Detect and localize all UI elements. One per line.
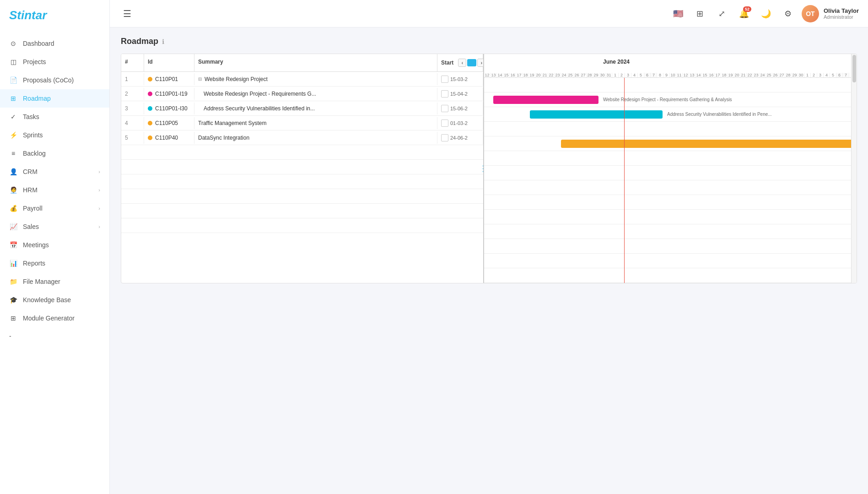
table-row[interactable]: 5 C110P40 DataSync Integration 24-06-2	[121, 130, 483, 145]
collapse-icon[interactable]: ⊟	[198, 76, 202, 81]
moon-icon: 🌙	[761, 9, 771, 19]
user-profile[interactable]: OT Olivia Taylor Administrator	[802, 5, 859, 22]
row-checkbox[interactable]	[441, 76, 448, 83]
backlog-icon: ≡	[9, 149, 17, 157]
module-generator-icon: ⊞	[9, 314, 17, 322]
row-checkbox[interactable]	[441, 119, 448, 127]
file-manager-icon: 📁	[9, 277, 17, 286]
sidebar-item-more[interactable]: -	[0, 327, 109, 345]
sidebar-item-reports[interactable]: 📊 Reports	[0, 254, 109, 272]
hrm-chevron: ›	[98, 187, 100, 193]
row-start: 15-04-2	[437, 87, 483, 100]
gantt-bar-orange[interactable]	[561, 140, 851, 148]
col-header-num: #	[121, 54, 144, 71]
flag-button[interactable]: 🇺🇸	[670, 5, 686, 22]
sidebar-item-payroll[interactable]: 💰 Payroll ›	[0, 199, 109, 217]
row-checkbox[interactable]	[441, 105, 448, 112]
sidebar-item-dashboard[interactable]: ⊙ Dashboard	[0, 34, 109, 53]
status-dot	[148, 92, 152, 96]
sales-chevron: ›	[98, 224, 100, 229]
gantt-bar-cyan[interactable]	[530, 110, 663, 119]
hamburger-icon: ☰	[123, 8, 131, 19]
page-header: Roadmap ℹ	[121, 37, 857, 46]
table-row-empty	[121, 204, 483, 218]
settings-button[interactable]: ⚙	[780, 5, 796, 22]
proposals-icon: 📄	[9, 76, 17, 84]
table-row[interactable]: 3 C110P01-I30 Address Security Vulnerabi…	[121, 101, 483, 116]
sidebar-item-crm[interactable]: 👤 CRM ›	[0, 163, 109, 181]
gantt-row-1	[484, 78, 851, 92]
main-content: ☰ 🇺🇸 ⊞ ⤢ 🔔 52 🌙 ⚙ OT Olivia Taylor Admin…	[110, 0, 868, 494]
apps-button[interactable]: ⊞	[692, 5, 708, 22]
gantt-nav-arrows: ‹ ›	[458, 59, 484, 67]
col-header-start: Start ‹ ›	[437, 54, 483, 71]
scrollbar-thumb[interactable]	[852, 55, 856, 82]
dark-mode-button[interactable]: 🌙	[758, 5, 774, 22]
hrm-icon: 🧑‍💼	[9, 186, 17, 194]
row-id: C110P05	[144, 117, 194, 129]
sidebar-navigation: ⊙ Dashboard ◫ Projects 📄 Proposals (CoCo…	[0, 31, 109, 348]
table-header: # Id Summary Start ‹	[121, 54, 483, 72]
row-checkbox[interactable]	[441, 134, 448, 141]
gantt-row-empty	[484, 166, 851, 180]
sidebar-item-knowledge-base[interactable]: 🎓 Knowledge Base	[0, 291, 109, 309]
month-label-row: June 2024	[484, 56, 851, 68]
dashboard-icon: ⊙	[9, 39, 17, 48]
row-num: 1	[121, 73, 144, 85]
sidebar-item-tasks[interactable]: ✓ Tasks	[0, 108, 109, 126]
sidebar-item-module-generator[interactable]: ⊞ Module Generator	[0, 309, 109, 327]
sidebar-item-hrm[interactable]: 🧑‍💼 HRM ›	[0, 181, 109, 199]
row-summary: Address Security Vulnerabilities Identif…	[194, 103, 437, 114]
col-header-summary: Summary	[194, 54, 437, 71]
gantt-row-empty	[484, 210, 851, 224]
gantt-row-empty	[484, 195, 851, 210]
row-checkbox[interactable]	[441, 90, 448, 98]
flag-icon: 🇺🇸	[673, 9, 683, 19]
gantt-header: June 2024 121314151617181920212223242526…	[484, 54, 851, 78]
expand-button[interactable]: ⤢	[714, 5, 730, 22]
gantt-prev-button[interactable]: ‹	[458, 59, 466, 67]
status-dot	[148, 136, 152, 140]
row-num: 4	[121, 117, 144, 129]
sidebar-item-sales[interactable]: 📈 Sales ›	[0, 217, 109, 236]
row-start: 24-06-2	[437, 131, 483, 144]
row-start: 15-03-2	[437, 73, 483, 86]
row-num: 2	[121, 88, 144, 100]
row-summary: Website Redesign Project - Requirements …	[194, 88, 437, 100]
gantt-bar-pink[interactable]	[493, 96, 598, 104]
notifications-button[interactable]: 🔔 52	[736, 5, 752, 22]
user-name: Olivia Taylor	[824, 7, 859, 14]
crm-icon: 👤	[9, 168, 17, 176]
sidebar-item-file-manager[interactable]: 📁 File Manager	[0, 272, 109, 291]
row-id: C110P40	[144, 132, 194, 144]
roadmap-container: # Id Summary Start ‹	[121, 54, 857, 283]
sidebar-item-sprints[interactable]: ⚡ Sprints	[0, 126, 109, 144]
table-row[interactable]: 1 C110P01 ⊟ Website Redesign Project 15-…	[121, 72, 483, 87]
roadmap-inner: # Id Summary Start ‹	[121, 54, 857, 283]
table-row-empty	[121, 218, 483, 233]
gantt-row-2: Website Redesign Project - Requirements …	[484, 92, 851, 107]
user-role: Administrator	[824, 14, 859, 20]
sidebar-item-roadmap[interactable]: ⊞ Roadmap	[0, 89, 109, 108]
menu-toggle-button[interactable]: ☰	[119, 5, 135, 22]
table-row[interactable]: 2 C110P01-I19 Website Redesign Project -…	[121, 87, 483, 101]
page-title: Roadmap	[121, 37, 158, 46]
crm-chevron: ›	[98, 169, 100, 174]
row-summary: DataSync Integration	[194, 132, 437, 144]
sidebar-logo: Stintar	[0, 0, 109, 31]
sidebar-item-backlog[interactable]: ≡ Backlog	[0, 144, 109, 163]
info-icon[interactable]: ℹ	[162, 38, 164, 45]
sidebar-item-projects[interactable]: ◫ Projects	[0, 53, 109, 71]
row-num: 3	[121, 103, 144, 114]
gantt-row-empty	[484, 224, 851, 239]
row-id: C110P01	[144, 73, 194, 85]
table-row-empty	[121, 174, 483, 189]
left-table: # Id Summary Start ‹	[121, 54, 484, 283]
sidebar-item-proposals[interactable]: 📄 Proposals (CoCo)	[0, 71, 109, 89]
row-id: C110P01-I30	[144, 103, 194, 114]
table-row[interactable]: 4 C110P05 Traffic Management System 01-0…	[121, 116, 483, 130]
sidebar-item-meetings[interactable]: 📅 Meetings	[0, 236, 109, 254]
gantt-scrollbar[interactable]	[851, 54, 857, 283]
avatar: OT	[802, 5, 819, 22]
gantt-today-button[interactable]	[467, 59, 476, 66]
